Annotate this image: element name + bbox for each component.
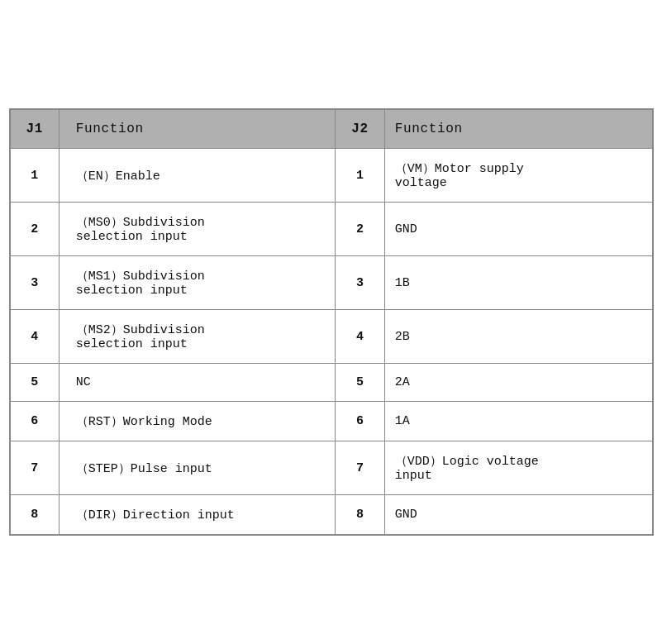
j2-value: 8 [336,495,384,535]
table-row: 3（MS1）Subdivision selection input31B [10,256,652,310]
func1-value: （MS2）Subdivision selection input [59,310,336,364]
header-j2: J2 [336,110,384,149]
j1-value: 3 [10,256,59,310]
table-row: 8（DIR）Direction input8GND [10,495,652,535]
func1-value: （MS1）Subdivision selection input [59,256,336,310]
func1-value: （DIR）Direction input [59,495,336,535]
func1-value: （RST）Working Mode [59,402,336,441]
func2-value: （VDD）Logic voltage input [384,441,652,495]
table-row: 2（MS0）Subdivision selection input2GND [10,203,652,256]
func2-value: 1B [384,256,652,310]
func2-value: GND [384,495,652,535]
table-row: 4（MS2）Subdivision selection input42B [10,310,652,364]
table-row: 7（STEP）Pulse input7（VDD）Logic voltage in… [10,441,652,495]
table-row: 6（RST）Working Mode61A [10,402,652,441]
j2-value: 3 [336,256,384,310]
header-func1: Function [59,110,336,149]
func2-value: 2B [384,310,652,364]
j1-value: 6 [10,402,59,441]
j1-value: 1 [10,149,59,203]
j2-value: 5 [336,364,384,402]
func1-value: （EN）Enable [59,149,336,203]
j2-value: 2 [336,203,384,256]
connector-table: J1 Function J2 Function 1（EN）Enable1（VM）… [9,108,654,536]
j2-value: 7 [336,441,384,495]
func1-value: （STEP）Pulse input [59,441,336,495]
func2-value: （VM）Motor supply voltage [384,149,652,203]
header-j1: J1 [10,110,59,149]
j2-value: 1 [336,149,384,203]
j1-value: 8 [10,495,59,535]
j2-value: 6 [336,402,384,441]
table-row: 5NC52A [10,364,652,402]
func2-value: GND [384,203,652,256]
header-func2: Function [384,110,652,149]
func2-value: 2A [384,364,652,402]
j1-value: 2 [10,203,59,256]
table-row: 1（EN）Enable1（VM）Motor supply voltage [10,149,652,203]
func1-value: NC [59,364,336,402]
j2-value: 4 [336,310,384,364]
func1-value: （MS0）Subdivision selection input [59,203,336,256]
j1-value: 4 [10,310,59,364]
j1-value: 7 [10,441,59,495]
func2-value: 1A [384,402,652,441]
j1-value: 5 [10,364,59,402]
